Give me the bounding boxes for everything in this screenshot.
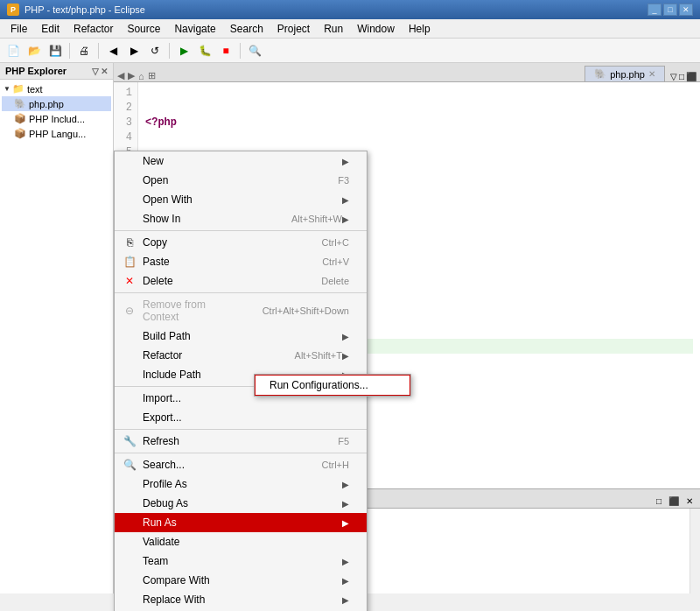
toolbar: 📄 📂 💾 🖨 ◀ ▶ ↺ ▶ 🐛 ■ 🔍 <box>0 39 700 63</box>
toolbar-new[interactable]: 📄 <box>4 41 23 60</box>
bottom-panel-close[interactable]: ✕ <box>682 495 696 508</box>
cm-remove-context: ⊖ Remove from Context Ctrl+Alt+Shift+Dow… <box>115 295 367 327</box>
toolbar-sep3 <box>169 43 170 59</box>
menu-search[interactable]: Search <box>223 19 270 38</box>
nav-home-icon[interactable]: ⌂ <box>138 71 144 81</box>
bottom-panel-maximize[interactable]: ⬛ <box>665 495 682 508</box>
cm-debug-as[interactable]: Debug As ▶ <box>115 494 367 513</box>
toolbar-forward[interactable]: ▶ <box>124 41 144 60</box>
menu-bar: File Edit Refactor Source Navigate Searc… <box>0 19 700 39</box>
cm-refactor[interactable]: Refactor Alt+Shift+T ▶ <box>115 346 367 365</box>
cm-paste[interactable]: 📋 Paste Ctrl+V <box>115 252 367 271</box>
cm-search[interactable]: 🔍 Search... Ctrl+H <box>115 455 367 474</box>
cm-open-with[interactable]: Open With ▶ <box>115 190 367 209</box>
toolbar-run[interactable]: ▶ <box>174 41 193 60</box>
menu-refactor[interactable]: Refactor <box>66 19 120 38</box>
toolbar-sep2 <box>98 43 99 59</box>
cm-show-in[interactable]: Show In Alt+Shift+W ▶ <box>115 209 367 228</box>
toolbar-stop[interactable]: ■ <box>216 41 235 60</box>
cm-profile-as[interactable]: Profile As ▶ <box>115 474 367 494</box>
cm-refresh[interactable]: 🔧 Refresh F5 <box>115 432 367 451</box>
cm-compare-with[interactable]: Compare With ▶ <box>115 571 367 590</box>
php-language-label: PHP Langu... <box>29 129 86 139</box>
menu-source[interactable]: Source <box>120 19 167 38</box>
php-file-item[interactable]: 🐘 php.php <box>2 96 111 111</box>
php-includes-label: PHP Includ... <box>29 114 85 124</box>
php-tab-label: php.php <box>610 69 645 80</box>
title-bar: P PHP - text/php.php - Eclipse _ □ ✕ <box>0 0 700 19</box>
menu-help[interactable]: Help <box>402 19 438 38</box>
php-tab-icon: 🐘 <box>594 68 606 80</box>
menu-edit[interactable]: Edit <box>34 19 66 38</box>
php-editor-tab[interactable]: 🐘 php.php ✕ <box>584 66 665 81</box>
toolbar-search[interactable]: 🔍 <box>245 41 264 60</box>
panel-minimize-icon[interactable]: ▽ <box>92 67 99 76</box>
folder-icon: 📁 <box>12 83 24 95</box>
app-icon: P <box>7 4 19 16</box>
panel-close-icon[interactable]: ✕ <box>101 67 108 76</box>
tree-root[interactable]: ▼ 📁 text <box>2 81 111 96</box>
cm-delete[interactable]: ✕ Delete Delete <box>115 271 367 291</box>
menu-navigate[interactable]: Navigate <box>167 19 222 38</box>
toolbar-debug[interactable]: 🐛 <box>195 41 214 60</box>
cm-new[interactable]: New ▶ <box>115 151 367 171</box>
toolbar-refresh[interactable]: ↺ <box>145 41 164 60</box>
tab-menu-icon[interactable]: ▽ <box>670 72 677 81</box>
panel-controls: ▽ ✕ <box>92 67 108 76</box>
cm-open-with-arrow: ▶ <box>342 195 349 205</box>
php-includes-icon: 📦 <box>14 113 26 124</box>
cm-replace-with-arrow: ▶ <box>342 595 349 605</box>
nav-back-icon[interactable]: ◀ <box>117 70 124 81</box>
cm-team[interactable]: Team ▶ <box>115 551 367 571</box>
cm-export[interactable]: Export... <box>115 408 367 427</box>
php-includes-item[interactable]: 📦 PHP Includ... <box>2 111 111 126</box>
cm-sep2 <box>115 292 367 293</box>
cm-build-path[interactable]: Build Path ▶ <box>115 327 367 346</box>
menu-file[interactable]: File <box>4 19 34 38</box>
cm-run-as[interactable]: Run As ▶ <box>115 513 367 532</box>
cm-paste-icon: 📋 <box>122 256 137 268</box>
cm-build-path-arrow: ▶ <box>342 332 349 341</box>
menu-window[interactable]: Window <box>350 19 402 38</box>
run-configurations-label: Run Configurations... <box>270 379 368 391</box>
editor-maximize-icon[interactable]: ⬛ <box>686 72 696 81</box>
maximize-btn[interactable]: □ <box>663 4 677 16</box>
cm-copy[interactable]: ⎘ Copy Ctrl+C <box>115 233 367 252</box>
window-title: PHP - text/php.php - Eclipse <box>24 4 145 15</box>
cm-sep4 <box>115 429 367 430</box>
minimize-btn[interactable]: _ <box>648 4 662 16</box>
php-file-label: php.php <box>29 99 64 109</box>
cm-remove-context-icon: ⊖ <box>122 305 137 317</box>
toolbar-save[interactable]: 💾 <box>46 41 65 60</box>
run-as-submenu: Run Configurations... <box>254 374 411 397</box>
toolbar-back[interactable]: ◀ <box>103 41 122 60</box>
cm-open[interactable]: Open F3 <box>115 171 367 190</box>
close-btn[interactable]: ✕ <box>679 4 693 16</box>
bottom-panel-minimize[interactable]: □ <box>653 495 665 508</box>
cm-delete-icon: ✕ <box>122 275 137 287</box>
cm-team-arrow: ▶ <box>342 557 349 566</box>
cm-refresh-icon: 🔧 <box>122 435 137 447</box>
bottom-scrollbar[interactable] <box>690 509 700 593</box>
toolbar-print[interactable]: 🖨 <box>74 41 94 60</box>
menu-project[interactable]: Project <box>270 19 317 38</box>
php-language-item[interactable]: 📦 PHP Langu... <box>2 126 111 141</box>
php-file-icon: 🐘 <box>14 98 26 109</box>
cm-sep1 <box>115 230 367 231</box>
cm-refactor-arrow: ▶ <box>342 351 349 361</box>
menu-run[interactable]: Run <box>317 19 350 38</box>
toolbar-sep4 <box>240 43 241 59</box>
folder-expand-icon: ▼ <box>4 85 10 93</box>
nav-breadcrumb-icon[interactable]: ⊞ <box>148 70 156 81</box>
cm-replace-with[interactable]: Replace With ▶ <box>115 590 367 609</box>
window-controls: _ □ ✕ <box>648 4 693 16</box>
run-configurations-item[interactable]: Run Configurations... <box>255 375 410 396</box>
cm-search-icon: 🔍 <box>122 459 137 471</box>
tab-close-icon[interactable]: ✕ <box>648 69 655 79</box>
editor-tabs: ◀ ▶ ⌂ ⊞ 🐘 php.php ✕ ▽ □ ⬛ <box>114 63 700 82</box>
cm-validate[interactable]: Validate <box>115 532 367 551</box>
toolbar-open[interactable]: 📂 <box>24 41 44 60</box>
nav-forward-icon[interactable]: ▶ <box>128 70 135 81</box>
editor-minimize-icon[interactable]: □ <box>679 72 684 81</box>
cm-new-arrow: ▶ <box>342 157 349 166</box>
